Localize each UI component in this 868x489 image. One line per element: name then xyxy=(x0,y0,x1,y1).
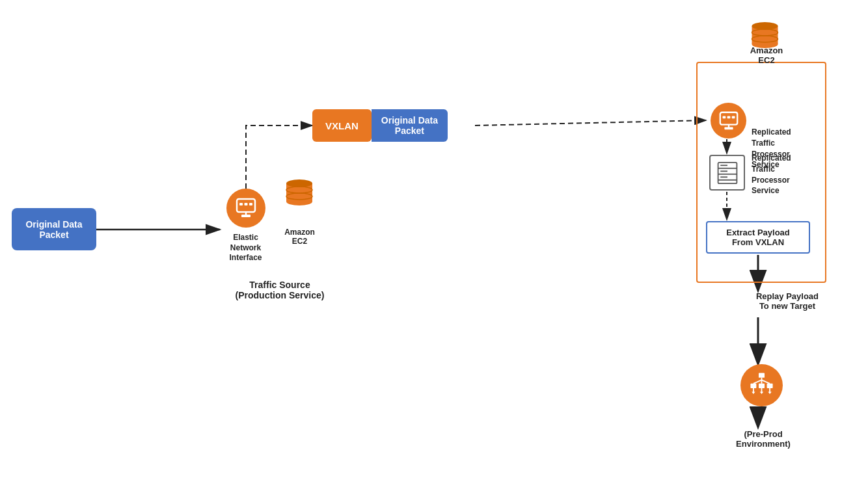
svg-marker-48 xyxy=(752,391,755,394)
eni-label: Elastic Network Interface xyxy=(218,233,273,263)
ec2-right-label: Amazon EC2 xyxy=(747,46,786,65)
vxlan-box: VXLAN xyxy=(312,109,372,142)
preprod-label: (Pre-Prod Environment) xyxy=(721,429,806,449)
ec2-right-icon xyxy=(742,13,787,49)
diagram-container: Original Data Packet Elastic Network Int… xyxy=(0,0,868,489)
svg-rect-25 xyxy=(720,112,737,124)
preprod-icon xyxy=(740,364,783,406)
svg-rect-30 xyxy=(731,116,735,118)
svg-marker-49 xyxy=(760,391,763,394)
preprod-symbol xyxy=(747,371,776,400)
svg-rect-41 xyxy=(767,384,773,388)
processor-icon xyxy=(709,155,745,191)
svg-point-17 xyxy=(286,179,312,187)
svg-rect-40 xyxy=(759,384,765,388)
svg-rect-12 xyxy=(239,203,243,205)
svg-line-43 xyxy=(753,380,762,383)
svg-rect-27 xyxy=(724,127,733,129)
eni-symbol xyxy=(234,196,258,220)
processor-label: Replicated Traffic Processor Service xyxy=(752,153,830,196)
eni-right-icon xyxy=(711,103,746,139)
original-packet-left: Original Data Packet xyxy=(12,208,96,250)
svg-marker-50 xyxy=(768,391,771,394)
processor-symbol xyxy=(716,161,739,185)
svg-rect-28 xyxy=(722,116,726,118)
svg-line-44 xyxy=(762,380,770,383)
ec2-left-label: Amazon EC2 xyxy=(278,228,321,246)
ec2-left-icon xyxy=(280,170,319,206)
svg-rect-13 xyxy=(245,203,248,205)
eni-right-symbol xyxy=(718,110,740,132)
ec2-right-symbol xyxy=(747,13,783,49)
orig-packet-inside: Original Data Packet xyxy=(372,109,448,142)
traffic-source-label: Traffic Source (Production Service) xyxy=(215,280,345,300)
svg-rect-38 xyxy=(759,373,765,378)
eni-icon xyxy=(226,189,265,228)
svg-rect-39 xyxy=(750,384,756,388)
replay-payload-label: Replay Payload To new Target xyxy=(745,291,830,311)
svg-rect-29 xyxy=(727,116,730,118)
svg-rect-14 xyxy=(249,203,252,205)
orig-packet-left-text: Original Data Packet xyxy=(25,219,82,240)
svg-rect-11 xyxy=(241,215,251,217)
svg-line-3 xyxy=(475,120,706,126)
extract-payload-box: Extract Payload From VXLAN xyxy=(706,221,810,254)
svg-point-22 xyxy=(752,22,778,30)
ec2-left-symbol xyxy=(282,170,316,206)
vxlan-packet-container: VXLAN Original Data Packet xyxy=(312,109,448,142)
